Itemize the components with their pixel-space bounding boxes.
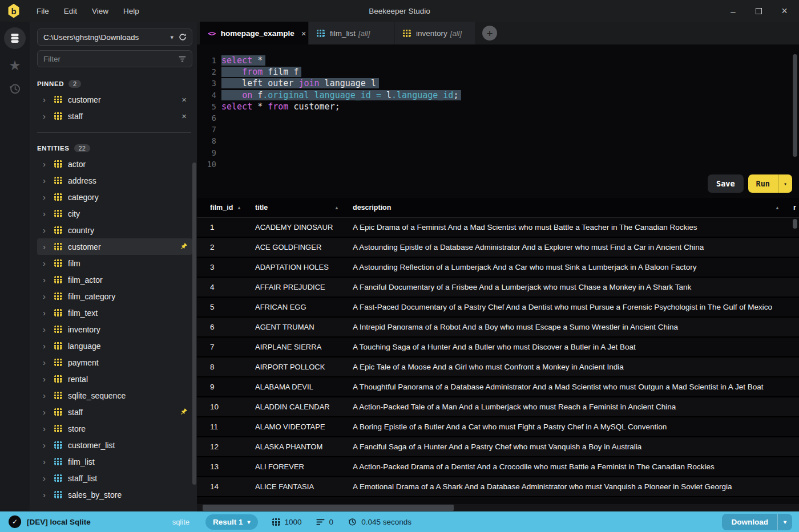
sidebar-item-sales_by_store[interactable]: ›sales_by_store [37, 486, 192, 503]
table-row[interactable]: 12ALASKA PHANTOMA Fanciful Saga of a Hun… [197, 437, 799, 457]
tab-close-icon[interactable]: × [301, 29, 306, 38]
sidebar-item-film_actor[interactable]: ›film_actor [37, 271, 192, 288]
sidebar-item-film_list[interactable]: ›film_list [37, 453, 192, 470]
table-row[interactable]: 1ACADEMY DINOSAURA Epic Drama of a Femin… [197, 218, 799, 238]
table-row[interactable]: 9ALABAMA DEVILA Thoughtful Panorama of a… [197, 377, 799, 397]
chevron-right-icon[interactable]: › [43, 275, 50, 284]
menu-file[interactable]: File [29, 7, 57, 15]
chevron-right-icon[interactable]: › [43, 391, 50, 400]
database-nav-button[interactable] [4, 27, 26, 49]
sidebar-item-customer[interactable]: ›customer× [37, 91, 192, 108]
sidebar-item-address[interactable]: ›address [37, 172, 192, 189]
chevron-right-icon[interactable]: › [43, 292, 50, 300]
table-row[interactable]: 14ALICE FANTASIAA Emotional Drama of a A… [197, 477, 799, 497]
maximize-button[interactable] [746, 0, 772, 22]
chevron-right-icon[interactable]: › [43, 308, 50, 317]
unpin-close-icon[interactable]: × [180, 95, 188, 104]
table-row[interactable]: 13ALI FOREVERA Action-Packed Drama of a … [197, 457, 799, 477]
sidebar-scrollbar[interactable] [192, 163, 196, 485]
tab-homepage_example[interactable]: <>homepage_example× [200, 22, 308, 44]
chevron-right-icon[interactable]: › [43, 490, 50, 499]
sidebar-item-category[interactable]: ›category [37, 189, 192, 205]
download-button[interactable]: Download ▾ [722, 514, 792, 530]
sidebar-item-film[interactable]: ›film [37, 255, 192, 271]
chevron-right-icon[interactable]: › [43, 209, 50, 218]
download-options-button[interactable]: ▾ [777, 514, 792, 530]
sort-asc-icon[interactable]: ▲ [775, 205, 780, 210]
table-row[interactable]: 10ALADDIN CALENDARA Action-Packed Tale o… [197, 397, 799, 417]
chevron-right-icon[interactable]: › [43, 375, 50, 383]
column-header-title[interactable]: title▲ [255, 198, 353, 217]
sidebar-item-customer[interactable]: ›customer [37, 238, 192, 255]
sidebar-item-staff[interactable]: ›staff [37, 404, 192, 420]
filter-input[interactable] [43, 55, 178, 63]
sidebar-item-inventory[interactable]: ›inventory [37, 321, 192, 338]
chevron-right-icon[interactable]: › [43, 259, 50, 267]
sidebar-item-film_text[interactable]: ›film_text [37, 304, 192, 321]
unpin-close-icon[interactable]: × [180, 111, 188, 121]
chevron-right-icon[interactable]: › [43, 112, 50, 120]
chevron-right-icon[interactable]: › [43, 176, 50, 185]
connection-status[interactable]: ✓ [DEV] local Sqlite sqlite [0, 515, 197, 528]
sidebar-item-actor[interactable]: ›actor [37, 156, 192, 172]
download-button-label[interactable]: Download [722, 514, 777, 530]
results-vertical-scrollbar[interactable] [793, 219, 797, 229]
chevron-right-icon[interactable]: › [43, 226, 50, 234]
table-row[interactable]: 4AFFAIR PREJUDICEA Fanciful Documentary … [197, 278, 799, 298]
sidebar-item-staff[interactable]: ›staff× [37, 108, 192, 124]
sidebar-item-staff_list[interactable]: ›staff_list [37, 470, 192, 486]
sidebar-item-country[interactable]: ›country [37, 222, 192, 238]
menu-help[interactable]: Help [116, 7, 147, 15]
refresh-icon[interactable] [178, 33, 187, 42]
save-button[interactable]: Save [708, 174, 744, 193]
minimize-button[interactable]: – [720, 0, 746, 22]
sidebar-item-language[interactable]: ›language [37, 338, 192, 354]
table-row[interactable]: 6AGENT TRUMANA Intrepid Panorama of a Ro… [197, 318, 799, 338]
chevron-right-icon[interactable]: › [43, 193, 50, 201]
chevron-right-icon[interactable]: › [43, 457, 50, 466]
chevron-right-icon[interactable]: › [43, 325, 50, 334]
sql-editor[interactable]: 1select *2 from film f3 left outer join … [197, 44, 799, 198]
column-header-description[interactable]: description▲ [353, 198, 793, 217]
close-button[interactable]: × [772, 0, 797, 22]
editor-scrollbar[interactable] [793, 54, 797, 157]
table-row[interactable]: 3ADAPTATION HOLESA Astounding Reflection… [197, 258, 799, 278]
tab-inventory[interactable]: inventory[all] [395, 22, 475, 44]
menu-view[interactable]: View [84, 7, 116, 15]
history-button[interactable] [8, 82, 22, 98]
run-button-label[interactable]: Run [748, 174, 778, 193]
chevron-right-icon[interactable]: › [43, 95, 50, 104]
table-row[interactable]: 11ALAMO VIDEOTAPEA Boring Epistle of a B… [197, 417, 799, 437]
menu-edit[interactable]: Edit [57, 7, 84, 15]
table-row[interactable]: 7AIRPLANE SIERRAA Touching Saga of a Hun… [197, 338, 799, 358]
result-selector[interactable]: Result 1 ▾ [205, 514, 258, 530]
run-options-button[interactable]: ▾ [778, 174, 792, 193]
sidebar-item-customer_list[interactable]: ›customer_list [37, 437, 192, 453]
chevron-right-icon[interactable]: › [43, 474, 50, 482]
chevron-right-icon[interactable]: › [43, 242, 50, 251]
chevron-right-icon[interactable]: › [43, 408, 50, 416]
chevron-right-icon[interactable]: › [43, 441, 50, 449]
chevron-right-icon[interactable]: › [43, 424, 50, 433]
sidebar-item-film_category[interactable]: ›film_category [37, 288, 192, 304]
chevron-right-icon[interactable]: › [43, 342, 50, 350]
table-row[interactable]: 5AFRICAN EGGA Fast-Paced Documentary of … [197, 298, 799, 318]
connection-selector[interactable]: C:\Users\ghstng\Downloads ▾ [37, 29, 192, 46]
table-row[interactable]: 8AIRPORT POLLOCKA Epic Tale of a Moose A… [197, 358, 799, 377]
sidebar-item-payment[interactable]: ›payment [37, 354, 192, 371]
chevron-right-icon[interactable]: › [43, 358, 50, 367]
new-tab-button[interactable]: + [482, 26, 497, 40]
favorites-button[interactable]: ★ [9, 59, 21, 72]
table-row[interactable]: 2ACE GOLDFINGERA Astounding Epistle of a… [197, 238, 799, 258]
sort-asc-icon[interactable]: ▲ [334, 205, 339, 210]
run-button[interactable]: Run ▾ [748, 174, 792, 193]
sidebar-item-sqlite_sequence[interactable]: ›sqlite_sequence [37, 387, 192, 404]
results-horizontal-scrollbar[interactable] [203, 505, 454, 511]
sidebar-item-rental[interactable]: ›rental [37, 371, 192, 387]
chevron-right-icon[interactable]: › [43, 160, 50, 168]
sidebar-item-store[interactable]: ›store [37, 420, 192, 437]
sidebar-item-city[interactable]: ›city [37, 205, 192, 222]
filter-icon[interactable] [178, 55, 187, 63]
table-row[interactable]: 15ALIEN CENTERA Brilliant Drama of a Cat… [197, 497, 799, 504]
column-header-r[interactable]: r [793, 198, 799, 217]
